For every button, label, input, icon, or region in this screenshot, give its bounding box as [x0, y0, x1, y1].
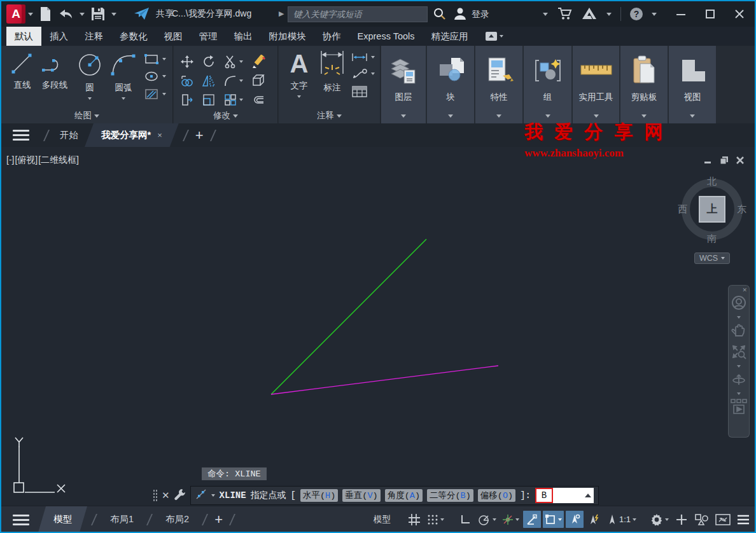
ribbon-tab-addins[interactable]: 附加模块	[261, 27, 314, 46]
layout-tab-model[interactable]: 模型	[38, 506, 87, 532]
ellipse-button[interactable]	[144, 71, 166, 82]
circle-caret-icon[interactable]	[88, 97, 92, 100]
ribbon-tab-default[interactable]: 默认	[6, 27, 41, 46]
table-button[interactable]	[351, 85, 375, 98]
undo-icon[interactable]	[57, 4, 74, 24]
annotation-autoscale-toggle[interactable]	[585, 511, 603, 528]
hatch-button[interactable]	[144, 88, 166, 100]
polar-tracking-toggle[interactable]	[476, 511, 498, 528]
zoom-extents-icon[interactable]	[731, 343, 747, 362]
layout-tab-2[interactable]: 布局2	[157, 506, 198, 532]
clipboard-caret-icon[interactable]	[620, 110, 668, 120]
offset-button[interactable]	[251, 93, 273, 107]
properties-panel[interactable]: 特性	[475, 46, 522, 123]
move-button[interactable]	[180, 55, 202, 69]
drawing-canvas[interactable]	[1, 147, 755, 506]
viewport-view-control[interactable]: [俯视]	[15, 155, 38, 166]
array-button[interactable]	[223, 93, 251, 107]
undo-caret-icon[interactable]	[80, 13, 85, 16]
modify-panel-title[interactable]: 修改	[174, 110, 277, 121]
ribbon-tab-collaborate[interactable]: 协作	[314, 27, 349, 46]
close-button[interactable]	[734, 9, 745, 19]
ribbon-tab-annotate[interactable]: 注释	[76, 27, 111, 46]
rectangle-button[interactable]	[144, 53, 166, 65]
layout-menu-icon[interactable]	[13, 512, 29, 528]
start-tab[interactable]: 开始	[53, 123, 85, 147]
rotate-button[interactable]	[202, 55, 223, 69]
layers-panel[interactable]: 图层	[381, 46, 426, 123]
viewcube-north[interactable]: 北	[707, 176, 717, 188]
navigation-wheel-icon[interactable]	[731, 294, 747, 313]
ribbon-tab-manage[interactable]: 管理	[191, 27, 226, 46]
object-snap-tracking-toggle[interactable]	[500, 511, 521, 528]
login-button[interactable]: 登录	[472, 9, 489, 20]
user-icon[interactable]	[453, 6, 467, 22]
command-bar-drag-handle[interactable]	[153, 489, 158, 502]
autodesk-caret-icon[interactable]	[606, 13, 612, 16]
snap-mode-toggle[interactable]	[425, 511, 446, 528]
pan-hand-icon[interactable]	[731, 322, 747, 340]
copy-button[interactable]	[180, 74, 202, 88]
wcs-dropdown[interactable]: WCS	[694, 253, 730, 264]
cart-icon[interactable]	[557, 6, 572, 22]
command-recent-caret-icon[interactable]	[211, 494, 215, 497]
line-button[interactable]: 直线	[8, 51, 37, 91]
document-tab-close-icon[interactable]: ×	[157, 123, 162, 147]
grid-toggle[interactable]	[405, 511, 423, 528]
viewcube-top-face[interactable]: 上	[699, 196, 725, 223]
arc-caret-icon[interactable]	[122, 97, 125, 100]
block-caret-icon[interactable]	[427, 110, 474, 120]
new-drawing-tab-button[interactable]: +	[195, 127, 204, 144]
annotation-monitor-button[interactable]	[673, 511, 690, 528]
ribbon-tab-insert[interactable]: 插入	[41, 27, 76, 46]
search-input[interactable]	[288, 7, 427, 22]
orbit-icon[interactable]	[731, 371, 747, 389]
breadcrumb-arrow-icon[interactable]: ▶	[279, 10, 284, 18]
trim-button[interactable]	[223, 55, 251, 69]
navbar-orbit-caret-icon[interactable]	[737, 392, 741, 395]
ribbon-tab-view[interactable]: 视图	[156, 27, 191, 46]
properties-caret-icon[interactable]	[475, 110, 522, 120]
viewport-close-icon[interactable]	[736, 156, 745, 165]
arc-button[interactable]: 圆弧	[107, 51, 140, 103]
groups-panel[interactable]: 组	[524, 46, 571, 123]
viewcube-south[interactable]: 南	[707, 233, 717, 245]
text-button[interactable]: A 文字	[286, 48, 312, 101]
save-icon[interactable]	[90, 4, 106, 24]
annotation-scale-button[interactable]: 1:1	[605, 511, 638, 528]
document-tab[interactable]: 我爱分享网* ×	[85, 123, 179, 147]
circle-button[interactable]: 圆	[75, 51, 104, 103]
scale-button[interactable]	[202, 93, 223, 107]
help-icon[interactable]: ?	[630, 8, 643, 20]
utilities-panel[interactable]: 实用工具	[573, 46, 619, 123]
clean-screen-button[interactable]	[713, 511, 732, 528]
polyline-button[interactable]: 多段线	[37, 51, 73, 91]
ribbon-tab-featured-apps[interactable]: 精选应用	[423, 27, 477, 46]
view-caret-icon[interactable]	[669, 110, 716, 120]
block-panel[interactable]: 块	[427, 46, 474, 123]
model-space-button[interactable]: 模型	[369, 511, 395, 528]
new-layout-button[interactable]: +	[214, 511, 223, 528]
command-expand-icon[interactable]	[585, 494, 591, 497]
option-angle[interactable]: 角度(A)	[385, 489, 423, 502]
share-plane-icon[interactable]	[134, 4, 150, 24]
text-caret-icon[interactable]	[297, 95, 301, 98]
minimize-button[interactable]	[676, 9, 686, 19]
ribbon-tab-parametric[interactable]: 参数化	[111, 27, 156, 46]
navbar-wheel-caret-icon[interactable]	[737, 316, 741, 319]
viewport-restore-icon[interactable]	[720, 156, 729, 165]
viewport-minimize-icon[interactable]	[704, 156, 713, 165]
utilities-caret-icon[interactable]	[573, 110, 619, 120]
option-vertical[interactable]: 垂直(V)	[342, 489, 380, 502]
ribbon-tab-output[interactable]: 输出	[226, 27, 261, 46]
ribbon-display-toggle[interactable]	[486, 27, 503, 46]
clipboard-panel[interactable]: 剪贴板	[620, 46, 668, 123]
settings-gear-button[interactable]	[648, 511, 671, 528]
file-tabs-menu-icon[interactable]	[13, 127, 29, 143]
save-caret-icon[interactable]	[111, 13, 116, 16]
option-horizontal[interactable]: 水平(H)	[300, 489, 338, 502]
command-text-input[interactable]: B	[535, 488, 594, 503]
linear-dimension-button[interactable]	[351, 52, 375, 62]
fillet-button[interactable]	[223, 74, 251, 88]
autodesk-logo-icon[interactable]	[581, 6, 598, 22]
